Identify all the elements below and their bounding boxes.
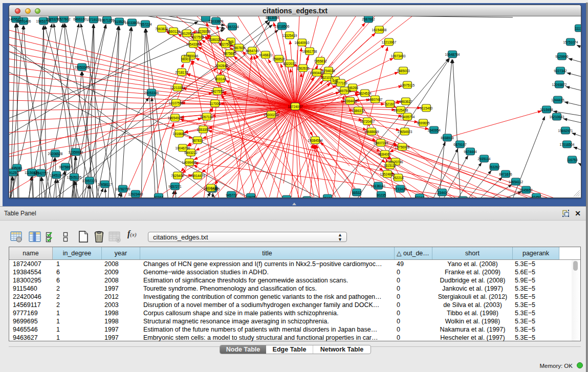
svg-text:13325419: 13325419	[282, 34, 297, 37]
svg-text:252214: 252214	[393, 176, 404, 180]
svg-text:16120746: 16120746	[388, 160, 403, 164]
svg-text:8322037: 8322037	[283, 62, 296, 65]
svg-text:2687682: 2687682	[362, 17, 375, 21]
svg-text:587831: 587831	[192, 139, 203, 142]
svg-text:763262: 763262	[489, 165, 500, 169]
svg-text:55123: 55123	[282, 198, 291, 198]
svg-text:1527602: 1527602	[57, 17, 71, 21]
svg-text:3875685: 3875685	[223, 52, 236, 55]
svg-text:13925: 13925	[246, 195, 255, 198]
svg-text:803144: 803144	[215, 77, 226, 81]
svg-text:13716485: 13716485	[204, 186, 219, 190]
svg-text:6466160: 6466160	[73, 17, 86, 21]
svg-text:1353359: 1353359	[197, 128, 210, 132]
svg-text:9463627: 9463627	[399, 100, 412, 103]
svg-text:16033809: 16033809	[209, 19, 224, 23]
svg-text:8471676: 8471676	[499, 172, 512, 176]
svg-text:9975867: 9975867	[59, 165, 72, 169]
svg-text:9227342: 9227342	[554, 69, 567, 73]
svg-text:10648784: 10648784	[445, 53, 460, 56]
svg-text:7857224: 7857224	[139, 23, 152, 26]
svg-text:10107552: 10107552	[169, 101, 184, 105]
svg-text:92344: 92344	[154, 195, 163, 198]
svg-text:1345194: 1345194	[50, 173, 63, 177]
svg-text:10654925: 10654925	[168, 116, 183, 120]
svg-text:7955812: 7955812	[314, 59, 327, 63]
svg-text:10046766: 10046766	[176, 146, 190, 150]
svg-text:7625402: 7625402	[171, 174, 184, 178]
svg-text:12342757: 12342757	[34, 171, 49, 175]
svg-text:12213383: 12213383	[170, 86, 185, 90]
svg-text:17957223: 17957223	[82, 179, 97, 183]
svg-text:16033809: 16033809	[125, 21, 140, 25]
svg-text:16914479: 16914479	[190, 174, 205, 178]
svg-text:9327505: 9327505	[191, 35, 204, 39]
svg-text:9474444: 9474444	[464, 150, 477, 154]
svg-text:18724007: 18724007	[288, 105, 303, 108]
svg-text:2242848: 2242848	[215, 64, 228, 68]
svg-text:8267110: 8267110	[201, 115, 213, 119]
svg-text:19384554: 19384554	[308, 139, 323, 142]
svg-text:90235: 90235	[377, 193, 386, 197]
svg-text:10654112: 10654112	[509, 180, 524, 184]
svg-text:9115460: 9115460	[420, 106, 433, 110]
svg-text:13226058: 13226058	[196, 30, 211, 33]
svg-text:3624514: 3624514	[358, 92, 372, 95]
svg-text:10958117: 10958117	[98, 183, 113, 186]
svg-text:9699695: 9699695	[417, 121, 430, 125]
svg-text:2935114: 2935114	[478, 157, 491, 161]
svg-text:10688609: 10688609	[364, 130, 379, 134]
svg-text:17359924: 17359924	[69, 150, 83, 154]
svg-text:8990448: 8990448	[310, 71, 323, 75]
svg-text:29053346: 29053346	[144, 91, 159, 95]
svg-text:16640910: 16640910	[295, 41, 310, 45]
svg-text:1621072: 1621072	[320, 76, 334, 79]
svg-text:7857224: 7857224	[226, 25, 239, 29]
svg-text:835081: 835081	[11, 166, 23, 170]
svg-text:25300233: 25300233	[264, 113, 279, 117]
svg-text:391257: 391257	[9, 171, 18, 174]
svg-text:10025438: 10025438	[394, 108, 408, 112]
svg-text:1244415: 1244415	[551, 98, 564, 102]
svg-text:945772: 945772	[226, 193, 237, 197]
svg-text:16961758: 16961758	[302, 50, 317, 53]
svg-text:52342: 52342	[415, 196, 424, 198]
svg-text:9146821: 9146821	[259, 53, 272, 57]
svg-text:9245652: 9245652	[519, 188, 533, 192]
svg-text:10973493: 10973493	[391, 54, 406, 58]
svg-text:8660124: 8660124	[167, 30, 180, 33]
svg-text:26053346: 26053346	[75, 65, 90, 69]
svg-text:45121: 45121	[323, 196, 332, 198]
svg-text:1916682: 1916682	[172, 132, 186, 136]
svg-text:18807249: 18807249	[374, 141, 388, 145]
svg-text:12923448: 12923448	[128, 192, 143, 196]
svg-text:7663822: 7663822	[155, 27, 168, 31]
svg-text:20691406: 20691406	[16, 19, 31, 23]
svg-text:117006: 117006	[209, 102, 221, 105]
svg-text:19218506: 19218506	[275, 25, 290, 28]
svg-text:3215958: 3215958	[540, 108, 553, 112]
svg-text:8912954: 8912954	[180, 32, 193, 35]
svg-text:16210643: 16210643	[550, 115, 564, 119]
svg-text:10543362: 10543362	[186, 42, 201, 46]
svg-text:9427552: 9427552	[211, 90, 224, 93]
svg-text:10719155: 10719155	[86, 18, 101, 21]
svg-text:12213967: 12213967	[382, 40, 397, 44]
svg-text:62160: 62160	[385, 102, 395, 106]
svg-text:9777169: 9777169	[334, 81, 347, 85]
svg-text:17016504: 17016504	[560, 143, 575, 146]
svg-text:1733426: 1733426	[394, 187, 407, 191]
svg-text:66532: 66532	[352, 191, 361, 194]
svg-text:20364436: 20364436	[343, 99, 358, 103]
svg-text:6497505: 6497505	[338, 89, 351, 93]
svg-text:8186328: 8186328	[208, 38, 222, 41]
svg-text:2867608: 2867608	[232, 46, 246, 50]
svg-text:98901: 98901	[181, 57, 190, 61]
svg-text:19756928: 19756928	[395, 145, 410, 149]
svg-text:19654923: 19654923	[398, 130, 412, 134]
svg-text:8454749: 8454749	[246, 49, 259, 53]
svg-text:7386372: 7386372	[352, 109, 365, 113]
svg-text:9184067: 9184067	[378, 152, 391, 156]
svg-text:6879197: 6879197	[453, 143, 467, 146]
svg-text:20206528: 20206528	[48, 152, 63, 156]
